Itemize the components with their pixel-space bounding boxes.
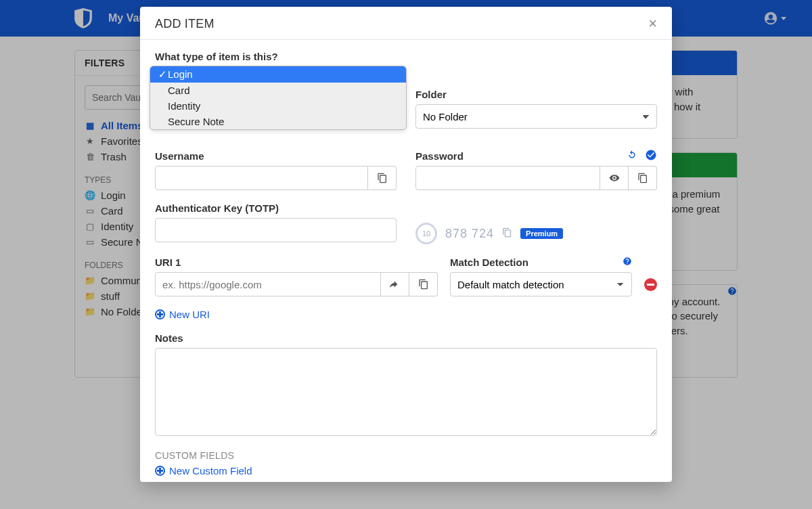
totp-label: Authenticator Key (TOTP) (155, 202, 397, 214)
link-label: New URI (169, 309, 210, 320)
notes-label: Notes (155, 332, 657, 344)
type-option-identity[interactable]: Identity (150, 98, 406, 114)
folder-label: Folder (415, 89, 657, 100)
modal-overlay: ADD ITEM × What type of item is this? Lo… (0, 0, 812, 509)
totp-input[interactable] (155, 218, 397, 242)
copy-icon (502, 227, 512, 238)
help-icon[interactable] (623, 257, 632, 268)
password-label: Password (415, 150, 657, 162)
totp-code: 878 724 (445, 227, 494, 241)
match-label: Match Detection (450, 257, 632, 268)
launch-uri-button[interactable] (381, 272, 409, 296)
totp-countdown: 10 (415, 223, 437, 244)
new-uri-button[interactable]: New URI (155, 309, 657, 320)
uri-label: URI 1 (155, 257, 438, 268)
uri-input[interactable] (155, 272, 381, 296)
copy-totp-button[interactable] (502, 227, 512, 240)
custom-fields-heading: CUSTOM FIELDS (155, 450, 657, 461)
copy-icon (418, 279, 429, 290)
copy-username-button[interactable] (368, 166, 397, 190)
premium-badge: Premium (520, 228, 563, 239)
new-custom-field-button[interactable]: New Custom Field (155, 465, 657, 477)
type-option-login[interactable]: Login (150, 66, 406, 83)
copy-uri-button[interactable] (409, 272, 438, 296)
type-dropdown-open: Login Card Identity Secure Note (150, 66, 407, 130)
copy-icon (637, 173, 648, 183)
notes-textarea[interactable] (155, 348, 657, 436)
username-label: Username (155, 150, 397, 162)
option-label: Identity (168, 100, 200, 112)
share-arrow-icon (390, 279, 401, 290)
option-label: Card (168, 85, 190, 96)
type-label: What type of item is this? (155, 51, 397, 62)
toggle-password-button[interactable] (600, 166, 629, 190)
option-label: Secure Note (168, 116, 224, 127)
username-input[interactable] (155, 166, 368, 190)
option-label: Login (168, 68, 193, 80)
type-option-secure-note[interactable]: Secure Note (150, 114, 406, 129)
refresh-icon[interactable] (626, 149, 638, 161)
check-circle-icon[interactable] (645, 149, 657, 161)
link-label: New Custom Field (169, 465, 252, 477)
copy-password-button[interactable] (629, 166, 657, 190)
plus-circle-icon (155, 309, 165, 319)
eye-icon (609, 173, 620, 183)
copy-icon (377, 173, 388, 183)
remove-uri-button[interactable] (644, 278, 657, 291)
type-option-card[interactable]: Card (150, 83, 406, 98)
modal-title: ADD ITEM (155, 17, 215, 31)
folder-select[interactable]: No Folder (415, 104, 657, 129)
password-input[interactable] (415, 166, 600, 190)
plus-circle-icon (155, 466, 165, 476)
add-item-modal: ADD ITEM × What type of item is this? Lo… (140, 7, 672, 482)
close-icon[interactable]: × (648, 16, 657, 31)
match-select[interactable]: Default match detection (450, 272, 632, 296)
